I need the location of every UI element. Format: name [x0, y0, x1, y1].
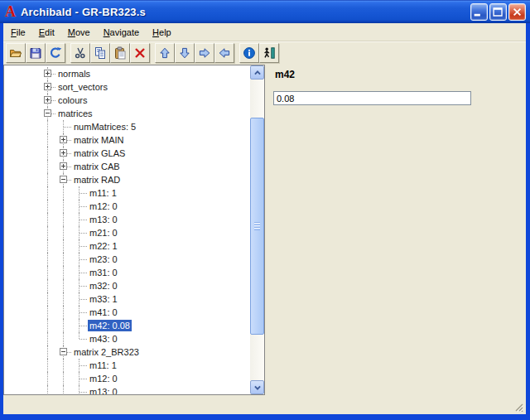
expand-toggle-icon[interactable]: [60, 136, 67, 143]
scrollbar-thumb[interactable]: [250, 118, 264, 335]
expand-toggle-icon[interactable]: [60, 162, 67, 170]
tree-item[interactable]: matrix MAIN: [40, 133, 250, 147]
tree-item-label-selected[interactable]: m42: 0.08: [88, 320, 132, 331]
tree-item[interactable]: m11: 1: [40, 359, 250, 372]
scrollbar-track[interactable]: [250, 80, 264, 380]
tree-item[interactable]: matrix 2_BR323: [40, 345, 250, 359]
close-button[interactable]: [508, 3, 526, 21]
move-down-button[interactable]: [175, 43, 195, 63]
tree-item[interactable]: matrix RAD: [40, 173, 250, 186]
tree-connector: [55, 173, 71, 186]
tree-item-label[interactable]: m22: 1: [88, 240, 119, 252]
scroll-down-button[interactable]: [250, 380, 264, 394]
tree-item-label[interactable]: matrix CAB: [72, 161, 122, 172]
delete-button[interactable]: [130, 43, 150, 63]
tree-item[interactable]: normals: [40, 67, 250, 80]
chevron-down-icon: [252, 382, 263, 393]
tree-item-label[interactable]: numMatrices: 5: [72, 121, 137, 133]
info-button[interactable]: [239, 43, 259, 63]
menu-item-edit[interactable]: Edit: [32, 25, 61, 40]
expand-toggle-icon[interactable]: [44, 70, 51, 77]
expand-toggle-icon[interactable]: [60, 149, 67, 157]
refresh-button[interactable]: [46, 43, 65, 63]
maximize-button[interactable]: [489, 3, 507, 21]
menu-item-file[interactable]: File: [4, 25, 32, 40]
menu-item-help[interactable]: Help: [146, 25, 178, 40]
exit-button[interactable]: [259, 43, 279, 63]
open-button[interactable]: [6, 43, 26, 63]
tree-item[interactable]: matrix CAB: [40, 160, 250, 173]
tree-item-label[interactable]: m41: 0: [88, 307, 119, 318]
tree-item[interactable]: sort_vectors: [40, 80, 250, 94]
tree-item[interactable]: m11: 1: [40, 186, 250, 200]
tree-item-label[interactable]: sort_vectors: [56, 81, 109, 93]
move-right-button[interactable]: [195, 43, 214, 63]
tree-item[interactable]: m22: 1: [40, 239, 250, 253]
tree-connector: [71, 213, 87, 226]
tree-item[interactable]: m41: 0: [40, 306, 250, 319]
menu-item-move[interactable]: Move: [61, 25, 97, 40]
tree-item-label[interactable]: matrix MAIN: [72, 134, 126, 146]
minimize-button[interactable]: [470, 3, 488, 21]
tree-item[interactable]: m33: 1: [40, 292, 250, 306]
tree-item[interactable]: m43: 0: [40, 332, 250, 345]
scissors-icon: [74, 46, 87, 60]
tree-item[interactable]: m12: 0: [40, 372, 250, 385]
tree-item-label[interactable]: m12: 0: [88, 200, 119, 212]
tree-item[interactable]: matrix GLAS: [40, 147, 250, 160]
titlebar[interactable]: A Archibald - GR-BR323.s: [0, 0, 530, 23]
tree-item[interactable]: m31: 0: [40, 266, 250, 279]
tree-item[interactable]: colours: [40, 94, 250, 107]
menu-item-navigate[interactable]: Navigate: [97, 25, 146, 40]
resize-grip-icon[interactable]: [513, 401, 523, 412]
tree-item-label[interactable]: m12: 0: [88, 373, 119, 384]
tree-item-label[interactable]: matrix RAD: [72, 174, 122, 186]
tree-view: normalssort_vectorscoloursmatricesnumMat…: [4, 65, 250, 394]
tree-item[interactable]: matrices: [40, 107, 250, 120]
tree-item[interactable]: m32: 0: [40, 279, 250, 292]
tree-indent-guide: [55, 372, 71, 385]
tree-item[interactable]: m12: 0: [40, 200, 250, 213]
tree-item-label[interactable]: m13: 0: [88, 386, 119, 394]
tree-item-label[interactable]: m43: 0: [88, 333, 119, 345]
tree-indent-guide: [55, 239, 71, 253]
tree-item[interactable]: numMatrices: 5: [40, 120, 250, 133]
tree-item-label[interactable]: m13: 0: [88, 214, 119, 225]
tree-item[interactable]: m13: 0: [40, 213, 250, 226]
tree-item-label[interactable]: m31: 0: [88, 267, 119, 278]
tree-connector: [55, 345, 71, 359]
field-value-input[interactable]: [273, 91, 471, 105]
tree-item-label[interactable]: m11: 1: [88, 187, 118, 199]
tree-item-label[interactable]: matrices: [56, 108, 94, 119]
expand-toggle-icon[interactable]: [44, 83, 51, 90]
tree-item-label[interactable]: matrix GLAS: [72, 147, 127, 159]
copy-button[interactable]: [90, 43, 110, 63]
tree-connector: [71, 359, 87, 372]
tree-item[interactable]: m21: 0: [40, 226, 250, 239]
expand-toggle-icon[interactable]: [44, 96, 51, 104]
tree-item-label[interactable]: m21: 0: [88, 227, 119, 239]
tree-item-label[interactable]: m23: 0: [88, 253, 119, 265]
collapse-toggle-icon[interactable]: [60, 176, 67, 183]
tree-connector: [71, 292, 87, 306]
cut-button[interactable]: [70, 43, 90, 63]
tree-item-label[interactable]: matrix 2_BR323: [72, 346, 141, 358]
tree-item-label[interactable]: m11: 1: [88, 360, 118, 371]
collapse-toggle-icon[interactable]: [60, 348, 67, 355]
paste-button[interactable]: [110, 43, 130, 63]
collapse-toggle-icon[interactable]: [44, 109, 51, 117]
save-button[interactable]: [26, 43, 46, 63]
tree-item-label[interactable]: m32: 0: [88, 280, 119, 292]
scroll-up-button[interactable]: [250, 65, 264, 80]
tree-item[interactable]: m23: 0: [40, 253, 250, 266]
tree-item-label[interactable]: normals: [56, 68, 92, 80]
exit-icon: [263, 46, 276, 60]
move-left-button[interactable]: [214, 43, 234, 63]
tree-item-label[interactable]: m33: 1: [88, 293, 119, 305]
maximize-icon: [490, 3, 506, 21]
tree-item[interactable]: m13: 0: [40, 385, 250, 394]
arrow-left-icon: [218, 46, 231, 60]
tree-item[interactable]: m42: 0.08: [40, 319, 250, 332]
tree-item-label[interactable]: colours: [56, 94, 89, 106]
move-up-button[interactable]: [155, 43, 175, 63]
